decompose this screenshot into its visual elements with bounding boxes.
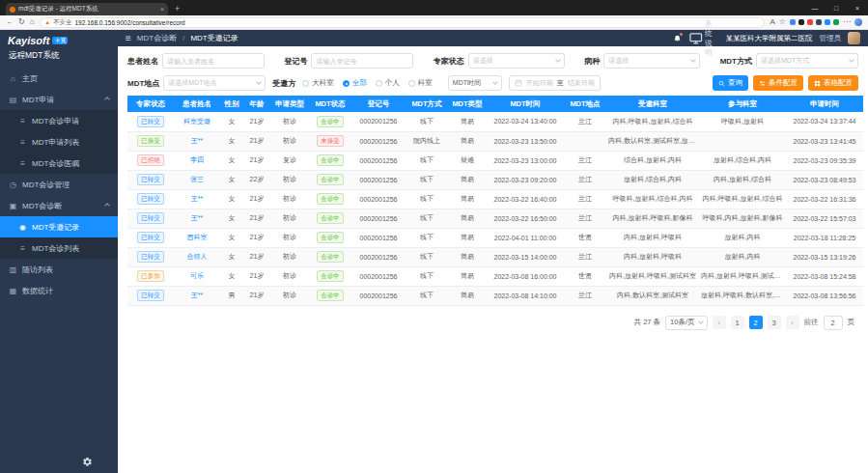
register-no-input[interactable] xyxy=(311,53,413,69)
sidebar-item-6[interactable]: ▣MDT会诊断 xyxy=(0,195,118,216)
user-role[interactable]: 管理员 xyxy=(820,34,842,43)
page-button-3[interactable]: 3 xyxy=(768,316,781,329)
patient-name-link[interactable]: 王** xyxy=(191,195,203,202)
time-cell: 2022-03-08 14:10:00 xyxy=(487,286,564,305)
sidebar-item-10[interactable]: ▦数据统计 xyxy=(0,280,118,301)
mode-cell: 线下 xyxy=(406,209,448,228)
maximize-button[interactable]: □ xyxy=(826,0,847,15)
patient-name-link[interactable]: 李四 xyxy=(190,156,204,163)
radio-icon[interactable] xyxy=(302,80,309,87)
table-config-button[interactable]: 表格配置 xyxy=(808,75,858,91)
sidebar-item-7[interactable]: ◉MDT受邀记录 xyxy=(0,216,118,237)
topbar: ≡ MDT会诊断 / MDT受邀记录 系统说明 某某医科大学附属第二医院 管理员 xyxy=(118,30,868,46)
goto-suffix: 页 xyxy=(848,318,855,327)
search-button[interactable]: 查询 xyxy=(713,75,748,91)
mdt-place-select[interactable]: 请选择MDT地点 xyxy=(163,75,266,91)
prev-page-button[interactable]: ‹ xyxy=(713,316,726,329)
reg_no-cell: 0002001256 xyxy=(351,209,406,228)
sidebar-item-0[interactable]: ⌂主页 xyxy=(0,68,118,89)
radio-icon[interactable] xyxy=(343,80,350,87)
breadcrumb-parent[interactable]: MDT会诊断 xyxy=(137,33,177,43)
clock-icon: ◷ xyxy=(9,181,17,189)
next-page-button[interactable]: › xyxy=(786,316,799,329)
sidebar-item-label: MDT会诊申请 xyxy=(32,116,79,126)
mode-cell: 线下 xyxy=(406,170,448,189)
tab-close-icon[interactable]: × xyxy=(160,6,164,13)
page-button-2[interactable]: 2 xyxy=(749,316,763,329)
table-row: 已转交张三女22岁初诊会诊中0002001256线下简易2022-03-23 0… xyxy=(127,170,863,189)
apply_time-cell: 2022-03-08 13:56:56 xyxy=(786,286,863,305)
patient-name-link[interactable]: 王** xyxy=(191,292,203,298)
minimize-button[interactable]: — xyxy=(804,0,826,15)
filter-sliders-icon xyxy=(759,80,766,87)
sidebar-item-9[interactable]: ▥随访列表 xyxy=(0,259,118,280)
date-start-placeholder[interactable]: 开始日期 xyxy=(526,78,553,88)
url-text[interactable]: 192.168.0.156:9002/consultative/record xyxy=(75,19,185,26)
sidebar-item-label: 主页 xyxy=(22,73,38,84)
back-icon[interactable]: ← xyxy=(6,18,14,26)
date-range-picker[interactable]: 开始日期 至 结束日期 xyxy=(509,75,601,91)
radio-icon[interactable] xyxy=(376,80,382,87)
new-tab-button[interactable]: + xyxy=(175,3,180,15)
close-button[interactable]: × xyxy=(847,0,868,15)
patient-name-link[interactable]: 王** xyxy=(191,214,203,221)
radio-icon[interactable] xyxy=(408,80,415,87)
hamburger-icon[interactable]: ≡ xyxy=(126,33,131,43)
sidebar-item-2[interactable]: ≡MDT会诊申请 xyxy=(0,110,118,131)
sidebar-item-3[interactable]: ≡MDT申请列表 xyxy=(0,131,118,153)
sidebar-item-1[interactable]: ▤MDT申请 xyxy=(0,89,118,110)
patient-name-link[interactable]: 合得人 xyxy=(187,253,208,260)
apply_type-cell: 初诊 xyxy=(270,209,309,228)
window-controls: — □ × xyxy=(804,0,868,15)
browser-tab[interactable]: mdt受邀记录 - 远程MDT系统 × xyxy=(6,3,168,15)
mdt-place-placeholder: 请选择MDT地点 xyxy=(168,78,216,88)
reg_no-cell: 0002001256 xyxy=(351,286,406,305)
patient-name-link[interactable]: 可乐 xyxy=(190,272,204,279)
home-icon[interactable]: ⌂ xyxy=(30,18,35,26)
record-icon: ◉ xyxy=(18,223,27,232)
mdt-mode-select[interactable]: 请选择MDT方式 xyxy=(756,53,858,69)
page-size-select[interactable]: 10条/页 xyxy=(665,316,707,330)
sidebar-item-4[interactable]: ≡MDT会诊医嘱 xyxy=(0,153,118,174)
sidebar-item-label: MDT会诊管理 xyxy=(22,180,70,190)
patient-name-link[interactable]: 科室受邀 xyxy=(183,118,210,125)
apply_type-cell: 初诊 xyxy=(270,247,309,266)
user-avatar[interactable] xyxy=(848,32,860,44)
notification-bell-icon[interactable] xyxy=(673,34,682,43)
radio-option-全部[interactable]: 全部 xyxy=(343,78,376,88)
patient-name-link[interactable]: 西科室 xyxy=(187,234,208,240)
settings-gear-icon[interactable] xyxy=(82,457,93,467)
apply_time-cell: 2022-03-18 11:28:25 xyxy=(786,228,863,247)
sidebar-item-5[interactable]: ◷MDT会诊管理 xyxy=(0,174,118,195)
radio-option-大科室[interactable]: 大科室 xyxy=(302,78,343,88)
table-row: 已转交王**男21岁初诊会诊中0002001256线下简易2022-03-08 … xyxy=(127,286,863,305)
sidebar-item-8[interactable]: ≡MDT会诊列表 xyxy=(0,237,118,259)
mdt_type-cell: 简易 xyxy=(448,131,487,151)
disease-select[interactable]: 请选择 xyxy=(603,53,700,69)
patient-name-input[interactable] xyxy=(162,53,265,69)
table-row: 已转交王**女21岁初诊会诊中0002001256线下简易2022-03-22 … xyxy=(127,189,863,209)
patient-name-link[interactable]: 张三 xyxy=(190,176,204,182)
expert_status-cell: 已转交 xyxy=(127,170,174,189)
age-cell: 21岁 xyxy=(243,209,270,228)
time-cell: 2022-03-22 16:50:00 xyxy=(487,209,564,228)
security-label[interactable]: 不安全 xyxy=(53,18,72,27)
radio-option-科室[interactable]: 科室 xyxy=(408,78,441,88)
radio-option-个人[interactable]: 个人 xyxy=(376,78,408,88)
status-badge: 已参加 xyxy=(137,270,164,282)
apply_type-cell: 初诊 xyxy=(270,286,309,305)
date-separator: 至 xyxy=(557,78,564,88)
list-icon: ≡ xyxy=(18,117,27,125)
chevron-down-icon xyxy=(256,79,262,85)
date-end-placeholder[interactable]: 结束日期 xyxy=(568,78,595,88)
mdt_type-cell: 简易 xyxy=(448,228,487,247)
goto-page-input[interactable] xyxy=(824,316,843,330)
condition-config-button[interactable]: 条件配置 xyxy=(753,75,803,91)
patient-name-link[interactable]: 王** xyxy=(191,137,203,144)
reload-icon[interactable]: ↻ xyxy=(18,18,25,26)
page-button-1[interactable]: 1 xyxy=(731,316,744,329)
expert-status-select[interactable]: 请选择 xyxy=(468,53,565,69)
chevron-down-icon xyxy=(849,57,854,63)
mdt-time-field-select[interactable]: MDT时间 xyxy=(448,75,502,91)
address-field[interactable]: ▲ 不安全 192.168.0.156:9002/consultative/re… xyxy=(40,17,766,28)
